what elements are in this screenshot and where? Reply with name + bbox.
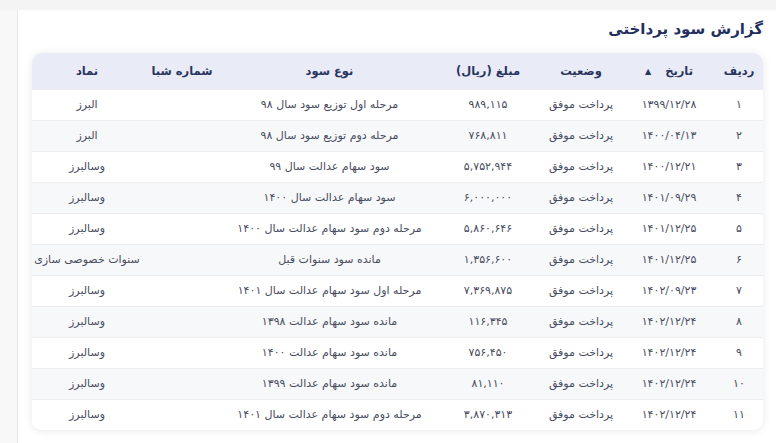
cell-status: پرداخت موفق	[539, 275, 623, 306]
cell-date: ۱۴۰۱/۱۲/۲۵	[623, 244, 715, 275]
cell-amount: ۳,۸۷۰,۳۱۳	[437, 399, 539, 430]
cell-amount: ۷۵۶,۴۵۰	[437, 337, 539, 368]
table-row: ۳۱۴۰۰/۱۲/۲۱پرداخت موفق۵,۷۵۲,۹۴۴سود سهام …	[32, 151, 763, 182]
cell-sheba	[142, 213, 222, 244]
cell-status: پرداخت موفق	[539, 89, 623, 120]
cell-amount: ۶,۰۰۰,۰۰۰	[437, 182, 539, 213]
table-row: ۴۱۴۰۱/۰۹/۲۹پرداخت موفق۶,۰۰۰,۰۰۰سود سهام …	[32, 182, 763, 213]
scrollbar-track[interactable]	[0, 10, 18, 443]
cell-type: سود سهام عدالت سال ۱۴۰۰	[222, 182, 437, 213]
cell-date: ۱۴۰۰/۱۲/۲۱	[623, 151, 715, 182]
cell-row: ۸	[715, 306, 763, 337]
cell-row: ۷	[715, 275, 763, 306]
cell-symbol: وسالبرز	[32, 337, 142, 368]
cell-date: ۱۴۰۲/۱۲/۲۴	[623, 337, 715, 368]
cell-row: ۵	[715, 213, 763, 244]
cell-date: ۱۴۰۲/۱۲/۲۴	[623, 368, 715, 399]
column-header-label: نوع سود	[306, 64, 354, 78]
cell-date: ۱۴۰۱/۱۲/۲۵	[623, 213, 715, 244]
cell-status: پرداخت موفق	[539, 244, 623, 275]
cell-row: ۴	[715, 182, 763, 213]
cell-type: مرحله اول سود سهام عدالت سال ۱۴۰۱	[222, 275, 437, 306]
table-row: ۲۱۴۰۰/۰۴/۱۳پرداخت موفق۷۶۸,۸۱۱مرحله دوم ت…	[32, 120, 763, 151]
cell-type: مانده سود سنوات قبل	[222, 244, 437, 275]
cell-row: ۹	[715, 337, 763, 368]
cell-type: مرحله اول توزیع سود سال ۹۸	[222, 89, 437, 120]
table-header-row: ردیفتاریخ▲وضعیتمبلغ (ریال)نوع سودشماره ش…	[32, 53, 763, 89]
cell-status: پرداخت موفق	[539, 399, 623, 430]
cell-type: مرحله دوم توزیع سود سال ۹۸	[222, 120, 437, 151]
cell-symbol: وسالبرز	[32, 368, 142, 399]
cell-status: پرداخت موفق	[539, 337, 623, 368]
cell-amount: ۸۱,۱۱۰	[437, 368, 539, 399]
cell-sheba	[142, 89, 222, 120]
cell-type: مانده سود سهام عدالت ۱۳۹۹	[222, 368, 437, 399]
column-header-type: نوع سود	[222, 53, 437, 89]
table-row: ۷۱۴۰۲/۰۹/۲۳پرداخت موفق۷,۳۶۹,۸۷۵مرحله اول…	[32, 275, 763, 306]
cell-amount: ۷۶۸,۸۱۱	[437, 120, 539, 151]
top-strip	[0, 0, 776, 10]
cell-amount: ۱,۳۵۶,۶۰۰	[437, 244, 539, 275]
cell-row: ۱۰	[715, 368, 763, 399]
cell-amount: ۷,۳۶۹,۸۷۵	[437, 275, 539, 306]
report-table-card: ردیفتاریخ▲وضعیتمبلغ (ریال)نوع سودشماره ش…	[32, 53, 763, 430]
cell-symbol: وسالبرز	[32, 151, 142, 182]
cell-symbol: البرز	[32, 89, 142, 120]
cell-symbol: وسالبرز	[32, 213, 142, 244]
cell-sheba	[142, 275, 222, 306]
table-row: ۵۱۴۰۱/۱۲/۲۵پرداخت موفق۵,۸۶۰,۶۴۶مرحله دوم…	[32, 213, 763, 244]
cell-symbol: وسالبرز	[32, 182, 142, 213]
cell-row: ۱۱	[715, 399, 763, 430]
cell-sheba	[142, 182, 222, 213]
cell-row: ۲	[715, 120, 763, 151]
column-header-sheba: شماره شبا	[142, 53, 222, 89]
column-header-date[interactable]: تاریخ▲	[623, 53, 715, 89]
table-row: ۹۱۴۰۲/۱۲/۲۴پرداخت موفق۷۵۶,۴۵۰مانده سود س…	[32, 337, 763, 368]
cell-type: مرحله دوم سود سهام عدالت سال ۱۴۰۰	[222, 213, 437, 244]
column-header-amount: مبلغ (ریال)	[437, 53, 539, 89]
cell-type: مانده سود سهام عدالت ۱۴۰۰	[222, 337, 437, 368]
cell-type: سود سهام عدالت سال ۹۹	[222, 151, 437, 182]
column-header-label: تاریخ	[665, 64, 693, 78]
cell-sheba	[142, 244, 222, 275]
cell-date: ۱۴۰۰/۰۴/۱۳	[623, 120, 715, 151]
cell-symbol: وسالبرز	[32, 275, 142, 306]
table-row: ۱۱۱۴۰۲/۱۲/۲۴پرداخت موفق۳,۸۷۰,۳۱۳مرحله دو…	[32, 399, 763, 430]
cell-type: مانده سود سهام عدالت ۱۳۹۸	[222, 306, 437, 337]
column-header-label: شماره شبا	[151, 64, 212, 78]
table-row: ۱۱۳۹۹/۱۲/۲۸پرداخت موفق۹۸۹,۱۱۵مرحله اول ت…	[32, 89, 763, 120]
cell-status: پرداخت موفق	[539, 306, 623, 337]
cell-sheba	[142, 306, 222, 337]
sort-ascending-icon[interactable]: ▲	[645, 67, 651, 76]
cell-row: ۱	[715, 89, 763, 120]
page: گزارش سود پرداختی ردیفتاریخ▲وضعیتمبلغ (ر…	[0, 0, 776, 443]
cell-sheba	[142, 120, 222, 151]
cell-amount: ۵,۸۶۰,۶۴۶	[437, 213, 539, 244]
cell-status: پرداخت موفق	[539, 182, 623, 213]
table-row: ۸۱۴۰۲/۱۲/۲۴پرداخت موفق۱۱۶,۳۴۵مانده سود س…	[32, 306, 763, 337]
cell-row: ۶	[715, 244, 763, 275]
column-header-label: ردیف	[724, 64, 755, 78]
cell-symbol: البرز	[32, 120, 142, 151]
cell-status: پرداخت موفق	[539, 368, 623, 399]
table-row: ۱۰۱۴۰۲/۱۲/۲۴پرداخت موفق۸۱,۱۱۰مانده سود س…	[32, 368, 763, 399]
cell-symbol: سنوات خصوصی سازی	[32, 244, 142, 275]
cell-date: ۱۳۹۹/۱۲/۲۸	[623, 89, 715, 120]
cell-row: ۳	[715, 151, 763, 182]
column-header-label: مبلغ (ریال)	[456, 64, 520, 78]
page-title: گزارش سود پرداختی	[18, 20, 763, 38]
cell-date: ۱۴۰۲/۱۲/۲۴	[623, 399, 715, 430]
cell-date: ۱۴۰۲/۰۹/۲۳	[623, 275, 715, 306]
cell-status: پرداخت موفق	[539, 213, 623, 244]
cell-symbol: وسالبرز	[32, 306, 142, 337]
column-header-row: ردیف	[715, 53, 763, 89]
column-header-status: وضعیت	[539, 53, 623, 89]
cell-status: پرداخت موفق	[539, 151, 623, 182]
cell-date: ۱۴۰۲/۱۲/۲۴	[623, 306, 715, 337]
cell-sheba	[142, 368, 222, 399]
column-header-label: نماد	[76, 64, 98, 78]
cell-date: ۱۴۰۱/۰۹/۲۹	[623, 182, 715, 213]
cell-sheba	[142, 337, 222, 368]
cell-amount: ۹۸۹,۱۱۵	[437, 89, 539, 120]
column-header-symbol: نماد	[32, 53, 142, 89]
